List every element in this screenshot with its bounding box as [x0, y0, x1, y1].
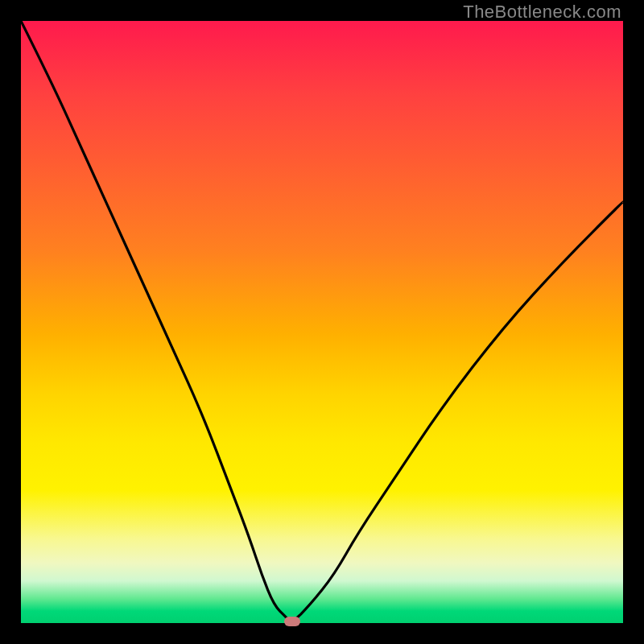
bottleneck-curve — [21, 21, 623, 623]
minimum-marker — [284, 617, 300, 626]
watermark-text: TheBottleneck.com — [463, 2, 621, 23]
chart-frame: TheBottleneck.com — [0, 0, 644, 644]
plot-area — [21, 21, 623, 623]
